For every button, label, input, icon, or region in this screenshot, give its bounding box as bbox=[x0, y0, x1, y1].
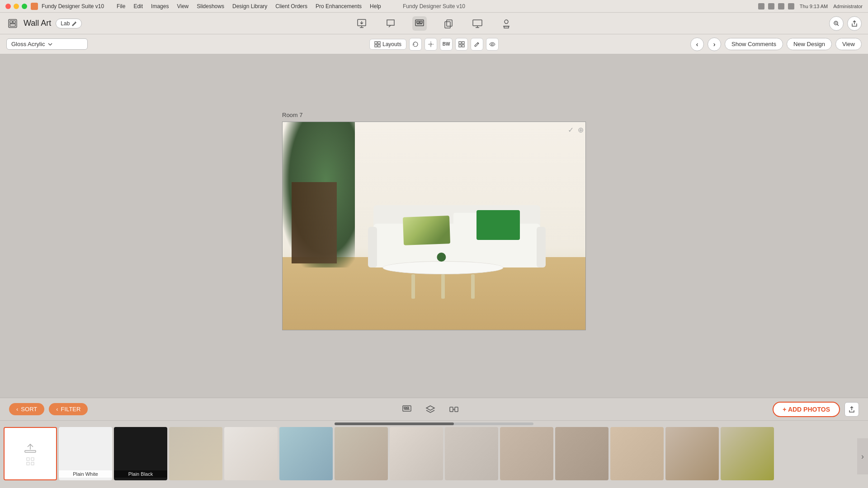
fullscreen-button[interactable] bbox=[22, 4, 27, 9]
wall-art-tool-btn[interactable] bbox=[412, 16, 427, 31]
bottom-wall-art-btn[interactable] bbox=[400, 402, 414, 417]
sort-chevron-icon: ‹ bbox=[16, 406, 18, 413]
close-button[interactable] bbox=[5, 4, 11, 9]
display-tool-btn[interactable] bbox=[470, 16, 485, 31]
thumbnail-scene2[interactable] bbox=[224, 427, 278, 480]
svg-rect-12 bbox=[375, 42, 377, 44]
time-display: Thu 9:13 AM bbox=[800, 4, 828, 9]
table-leg-2 bbox=[441, 274, 445, 299]
thumbnail-scene3[interactable] bbox=[279, 427, 333, 480]
thumbnail-scene8[interactable] bbox=[555, 427, 609, 480]
nav-next-button[interactable]: › bbox=[708, 38, 721, 51]
edit-button[interactable] bbox=[471, 38, 483, 51]
copy-tool-btn[interactable] bbox=[441, 16, 456, 31]
chevron-down-icon bbox=[47, 42, 53, 47]
export-button[interactable] bbox=[844, 402, 859, 417]
minimize-button[interactable] bbox=[14, 4, 19, 9]
dropdown-label: Gloss Acrylic bbox=[11, 41, 45, 47]
menu-design-library[interactable]: Design Library bbox=[232, 3, 267, 9]
toolbar-left: Wall Art Lab bbox=[0, 17, 82, 30]
grid-button[interactable] bbox=[455, 38, 468, 51]
thumbnail-scene7[interactable] bbox=[500, 427, 553, 480]
menu-pro-enhancements[interactable]: Pro Enhancements bbox=[316, 3, 362, 9]
sort-button[interactable]: ‹ SORT bbox=[9, 403, 44, 415]
toolbar-row2: Gloss Acrylic Layouts bbox=[0, 34, 868, 54]
rotate-button[interactable] bbox=[409, 38, 422, 51]
svg-rect-20 bbox=[462, 45, 464, 47]
scrollbar-track[interactable] bbox=[335, 422, 533, 425]
filter-chevron-icon: ‹ bbox=[56, 406, 58, 413]
svg-rect-6 bbox=[417, 21, 419, 23]
menu-edit[interactable]: Edit bbox=[133, 3, 143, 9]
svg-rect-18 bbox=[462, 42, 464, 44]
menu-client-orders[interactable]: Client Orders bbox=[275, 3, 307, 9]
import-tool-btn[interactable] bbox=[354, 16, 369, 31]
new-design-label: New Design bbox=[793, 41, 825, 47]
thumbnail-scene5[interactable] bbox=[390, 427, 443, 480]
eye-button[interactable] bbox=[486, 38, 499, 51]
thumbnail-upload[interactable] bbox=[4, 427, 57, 480]
svg-rect-25 bbox=[450, 407, 453, 412]
titlebar-right: Thu 9:13 AM Administrator bbox=[758, 3, 868, 9]
layouts-button[interactable]: Layouts bbox=[369, 39, 406, 50]
lab-button[interactable]: Lab bbox=[56, 19, 82, 28]
window-title: Fundy Designer Suite v10 bbox=[403, 3, 465, 9]
thumbnail-scene9[interactable] bbox=[610, 427, 664, 480]
toolbar-right-buttons bbox=[829, 16, 862, 31]
thumbnail-partial[interactable] bbox=[721, 427, 774, 480]
menu-slideshows[interactable]: Slideshows bbox=[197, 3, 224, 9]
add-photos-button[interactable]: + ADD PHOTOS bbox=[773, 402, 840, 417]
zoom-icon bbox=[833, 20, 840, 27]
svg-rect-15 bbox=[378, 45, 380, 47]
thumbnail-scene10[interactable] bbox=[665, 427, 719, 480]
chat-tool-btn[interactable] bbox=[383, 16, 398, 31]
new-design-button[interactable]: New Design bbox=[787, 38, 832, 50]
bottom-center-icons bbox=[400, 402, 461, 417]
pin-button[interactable] bbox=[425, 38, 437, 51]
menu-file[interactable]: File bbox=[117, 3, 125, 9]
share-button[interactable] bbox=[847, 16, 862, 31]
thumbnail-scene1[interactable] bbox=[169, 427, 222, 480]
pencil-icon bbox=[71, 21, 77, 26]
filter-button[interactable]: ‹ FILTER bbox=[49, 403, 88, 415]
bw-label: BW bbox=[443, 42, 450, 47]
product-type-dropdown[interactable]: Gloss Acrylic bbox=[6, 38, 88, 50]
plus-icon[interactable]: ⊕ bbox=[578, 126, 584, 134]
thumbnail-scene6[interactable] bbox=[445, 427, 498, 480]
rotate-icon bbox=[412, 41, 419, 47]
thumbnail-strip-wrapper: Plain White Plain Black › bbox=[0, 427, 868, 486]
view-label: View bbox=[842, 41, 855, 47]
thumbnail-scene4[interactable] bbox=[335, 427, 388, 480]
show-comments-button[interactable]: Show Comments bbox=[725, 38, 783, 50]
room-canvas[interactable]: ✓ ⊕ bbox=[282, 122, 586, 330]
bw-button[interactable]: BW bbox=[440, 38, 453, 51]
status-icon-1 bbox=[758, 3, 764, 9]
status-icons bbox=[758, 3, 794, 9]
scrollbar-thumb[interactable] bbox=[335, 422, 454, 425]
menu-view[interactable]: View bbox=[177, 3, 189, 9]
nav-prev-button[interactable]: ‹ bbox=[690, 38, 704, 51]
stamp-tool-btn[interactable] bbox=[499, 16, 514, 31]
svg-rect-14 bbox=[375, 45, 377, 47]
strip-arrow-icon: › bbox=[861, 452, 864, 461]
menu-images[interactable]: Images bbox=[151, 3, 169, 9]
checkmark-icon: ✓ bbox=[568, 126, 574, 134]
room-controls: Layouts BW bbox=[369, 38, 499, 51]
status-icon-4 bbox=[788, 3, 794, 9]
zoom-search-button[interactable] bbox=[829, 16, 844, 31]
bottom-toolbar: ‹ SORT ‹ FILTER bbox=[0, 398, 868, 421]
bottom-group-btn[interactable] bbox=[447, 402, 461, 417]
room-label: Room 7 bbox=[282, 112, 303, 118]
menu-help[interactable]: Help bbox=[370, 3, 381, 9]
plain-white-label: Plain White bbox=[59, 470, 112, 478]
wall-art-icon bbox=[6, 17, 19, 30]
thumbnail-plain-black[interactable]: Plain Black bbox=[114, 427, 167, 480]
thumbnail-plain-white[interactable]: Plain White bbox=[59, 427, 112, 480]
svg-rect-30 bbox=[27, 462, 29, 465]
bottom-layer-btn[interactable] bbox=[423, 402, 438, 417]
strip-next-arrow[interactable]: › bbox=[857, 438, 868, 474]
view-button[interactable]: View bbox=[835, 38, 862, 50]
edit-icon bbox=[474, 41, 480, 47]
pillow3 bbox=[476, 210, 520, 240]
display-icon bbox=[472, 18, 483, 29]
